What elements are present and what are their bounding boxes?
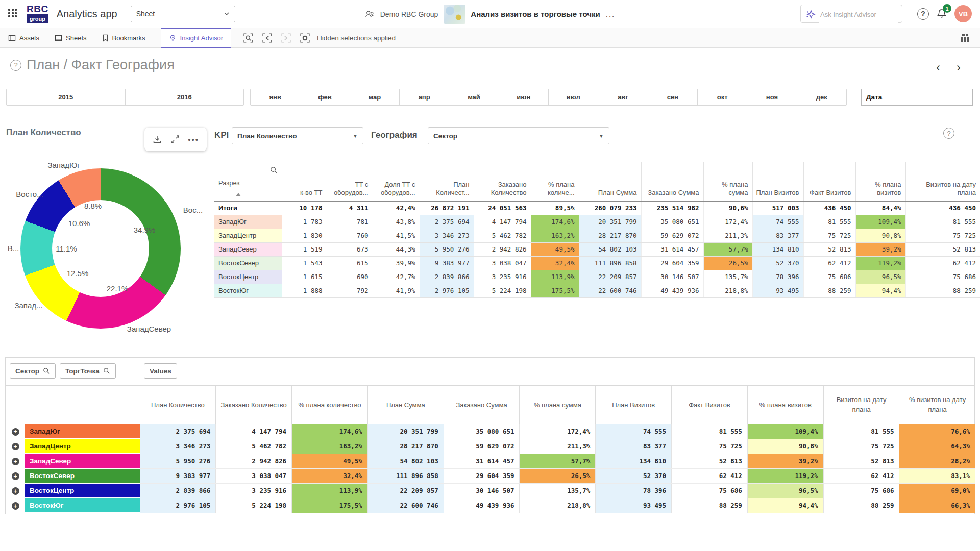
pivot-value-cell[interactable]: 74 555: [596, 424, 672, 439]
month-filter-button[interactable]: янв: [251, 89, 300, 105]
pivot-value-cell[interactable]: 119,2%: [747, 468, 823, 483]
pivot-value-cell[interactable]: 135,7%: [520, 483, 596, 498]
value-cell[interactable]: 49,5%: [531, 242, 579, 256]
expand-cell[interactable]: +: [6, 468, 25, 483]
pivot-value-cell[interactable]: 3 235 916: [216, 483, 292, 498]
column-header[interactable]: Визитов на дату плана: [905, 162, 980, 201]
month-filter-button[interactable]: июн: [499, 89, 549, 105]
value-cell[interactable]: 5 224 198: [474, 284, 531, 297]
column-header[interactable]: % плана визитов: [855, 162, 905, 201]
value-cell[interactable]: 75 686: [905, 270, 980, 284]
value-cell[interactable]: 78 396: [752, 270, 803, 284]
column-header[interactable]: к-во ТТ: [282, 162, 327, 201]
pivot-value-cell[interactable]: 81 555: [672, 424, 748, 439]
pivot-value-cell[interactable]: 28,2%: [899, 454, 975, 468]
pivot-value-cell[interactable]: 2 839 866: [140, 483, 216, 498]
expand-cell[interactable]: +: [6, 439, 25, 454]
insight-advisor-search[interactable]: [800, 5, 902, 23]
value-cell[interactable]: 175,5%: [531, 284, 579, 297]
pivot-value-cell[interactable]: 81 555: [823, 424, 899, 439]
pivot-dimension-torgtochka-button[interactable]: ТоргТочка: [60, 363, 116, 379]
pivot-value-cell[interactable]: 96,5%: [747, 483, 823, 498]
value-cell[interactable]: 1 783: [282, 215, 327, 229]
pivot-value-cell[interactable]: 52 370: [596, 468, 672, 483]
value-cell[interactable]: 88 259: [905, 284, 980, 297]
tab-assets[interactable]: Assets: [8, 34, 39, 42]
column-header[interactable]: ТТ с оборудов...: [327, 162, 373, 201]
value-cell[interactable]: 43,8%: [373, 215, 420, 229]
value-cell[interactable]: 44,3%: [373, 242, 420, 256]
pivot-value-cell[interactable]: 54 802 103: [368, 454, 444, 468]
pivot-value-cell[interactable]: 174,6%: [292, 424, 368, 439]
pivot-value-cell[interactable]: 75 725: [672, 439, 748, 454]
expand-cell[interactable]: +: [6, 498, 25, 513]
dimension-cell[interactable]: ЗападЦентр: [214, 229, 282, 242]
value-cell[interactable]: 93 495: [752, 284, 803, 297]
geography-dropdown[interactable]: Сектор ▼: [428, 127, 609, 144]
value-cell[interactable]: 81 555: [803, 215, 855, 229]
value-cell[interactable]: 109,4%: [855, 215, 905, 229]
month-filter-button[interactable]: апр: [400, 89, 449, 105]
pivot-value-cell[interactable]: 134 810: [596, 454, 672, 468]
column-header[interactable]: План Количест...: [420, 162, 474, 201]
value-cell[interactable]: 31 614 457: [641, 242, 703, 256]
pivot-column-header[interactable]: План Сумма: [368, 386, 444, 424]
expand-icon[interactable]: +: [12, 458, 19, 465]
more-menu-icon[interactable]: ...: [606, 10, 616, 18]
value-cell[interactable]: 1 888: [282, 284, 327, 297]
value-cell[interactable]: 22 209 857: [579, 270, 641, 284]
smart-search-icon[interactable]: [242, 32, 254, 44]
next-sheet-button[interactable]: ›: [957, 61, 961, 73]
value-cell[interactable]: 39,9%: [373, 256, 420, 270]
pivot-value-cell[interactable]: 2 375 694: [140, 424, 216, 439]
pivot-column-header[interactable]: Визитов на дату плана: [823, 386, 899, 424]
column-header[interactable]: Заказано Сумма: [641, 162, 703, 201]
expand-cell[interactable]: +: [6, 454, 25, 468]
pivot-value-cell[interactable]: 22 600 746: [368, 498, 444, 513]
pivot-dimension-cell[interactable]: ЗападЮг: [25, 424, 140, 439]
value-cell[interactable]: 2 839 866: [420, 270, 474, 284]
value-cell[interactable]: 111 896 858: [579, 256, 641, 270]
value-cell[interactable]: 211,3%: [703, 229, 752, 242]
undo-icon[interactable]: [261, 32, 273, 44]
value-cell[interactable]: 28 217 870: [579, 229, 641, 242]
pivot-column-header[interactable]: % плана сумма: [520, 386, 596, 424]
value-cell[interactable]: 5 462 782: [474, 229, 531, 242]
pivot-value-cell[interactable]: 211,3%: [520, 439, 596, 454]
pivot-values-button[interactable]: Values: [144, 363, 177, 379]
column-header[interactable]: Заказано Количество: [474, 162, 531, 201]
pivot-value-cell[interactable]: 88 259: [672, 498, 748, 513]
pivot-value-cell[interactable]: 64,3%: [899, 439, 975, 454]
pivot-value-cell[interactable]: 22 209 857: [368, 483, 444, 498]
month-filter-button[interactable]: мар: [350, 89, 400, 105]
value-cell[interactable]: 62 412: [803, 256, 855, 270]
column-header[interactable]: % плана сумма: [703, 162, 752, 201]
tab-insight-advisor[interactable]: Insight Advisor: [161, 28, 232, 48]
value-cell[interactable]: 52 813: [803, 242, 855, 256]
pivot-value-cell[interactable]: 30 146 507: [444, 483, 520, 498]
value-cell[interactable]: 52 813: [905, 242, 980, 256]
value-cell[interactable]: 1 830: [282, 229, 327, 242]
sheet-layout-icon[interactable]: [961, 33, 971, 42]
pivot-value-cell[interactable]: 59 629 072: [444, 439, 520, 454]
chart-more-options-icon[interactable]: •••: [188, 135, 199, 144]
pivot-column-header[interactable]: % плана количество: [292, 386, 368, 424]
value-cell[interactable]: 54 802 103: [579, 242, 641, 256]
pivot-column-header[interactable]: Факт Визитов: [672, 386, 748, 424]
month-filter-button[interactable]: дек: [797, 89, 846, 105]
expand-cell[interactable]: +: [6, 424, 25, 439]
dimension-cell[interactable]: ЗападЮг: [214, 215, 282, 229]
value-cell[interactable]: 781: [327, 215, 373, 229]
expand-icon[interactable]: +: [12, 428, 19, 436]
pivot-value-cell[interactable]: 76,6%: [899, 424, 975, 439]
expand-icon[interactable]: +: [12, 487, 19, 495]
value-cell[interactable]: 3 038 047: [474, 256, 531, 270]
pivot-value-cell[interactable]: 49,5%: [292, 454, 368, 468]
help-icon[interactable]: ?: [917, 8, 929, 20]
column-header[interactable]: Доля ТТ с оборудов...: [373, 162, 420, 201]
pivot-column-header[interactable]: % визитов на дату плана: [899, 386, 975, 424]
value-cell[interactable]: 163,2%: [531, 229, 579, 242]
pivot-value-cell[interactable]: 113,9%: [292, 483, 368, 498]
tab-bookmarks[interactable]: Bookmarks: [102, 34, 145, 42]
month-filter-button[interactable]: фев: [300, 89, 350, 105]
